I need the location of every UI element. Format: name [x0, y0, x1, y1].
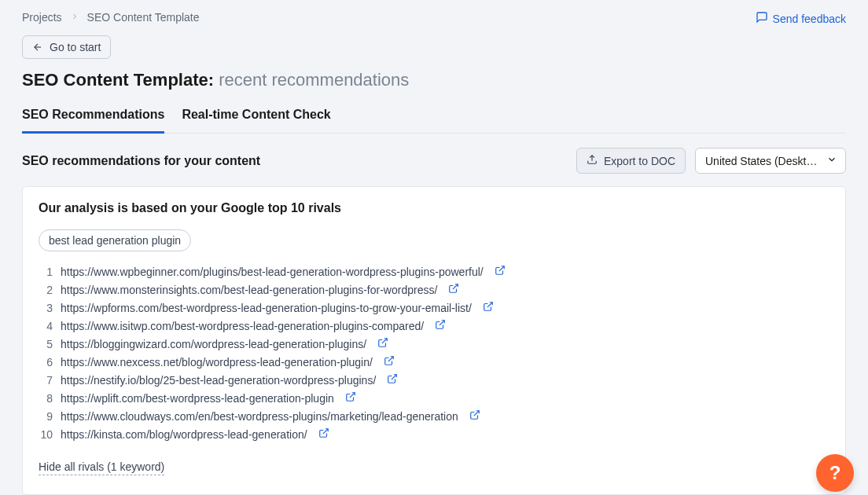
svg-line-7 [388, 357, 393, 361]
external-link-icon[interactable] [495, 265, 506, 276]
external-link-icon[interactable] [387, 373, 398, 384]
rival-row: 7https://nestify.io/blog/25-best-lead-ge… [39, 371, 829, 389]
rival-index: 3 [39, 302, 53, 314]
rival-row: 9https://www.cloudways.com/en/best-wordp… [39, 407, 829, 425]
external-link-icon[interactable] [318, 427, 329, 438]
region-select[interactable]: United States (Deskt… [695, 148, 846, 174]
rival-url: https://www.nexcess.net/blog/wordpress-l… [61, 356, 373, 368]
svg-line-2 [499, 266, 504, 271]
rival-row: 3https://wpforms.com/best-wordpress-lead… [39, 299, 829, 317]
rival-row: 4https://www.isitwp.com/best-wordpress-l… [39, 317, 829, 335]
rivals-heading: Our analysis is based on your Google top… [39, 201, 829, 215]
external-link-icon[interactable] [435, 319, 446, 330]
rival-url: https://wplift.com/best-wordpress-lead-g… [61, 392, 334, 405]
rival-url: https://www.isitwp.com/best-wordpress-le… [61, 320, 424, 332]
rival-index: 2 [39, 284, 53, 296]
breadcrumb: Projects SEO Content Template [22, 11, 200, 24]
external-link-icon[interactable] [469, 409, 480, 420]
feedback-icon [756, 11, 768, 26]
rival-url: https://www.monsterinsights.com/best-lea… [61, 284, 437, 296]
rival-row: 10https://kinsta.com/blog/wordpress-lead… [39, 425, 829, 443]
external-link-icon[interactable] [483, 301, 494, 312]
page-title-prefix: SEO Content Template: [22, 70, 214, 90]
breadcrumb-root[interactable]: Projects [22, 11, 62, 24]
rival-url: https://www.wpbeginner.com/plugins/best-… [61, 266, 484, 278]
external-link-icon[interactable] [377, 337, 388, 348]
breadcrumb-current: SEO Content Template [87, 11, 200, 24]
chevron-right-icon [70, 11, 79, 24]
upload-icon [587, 154, 598, 167]
svg-line-9 [350, 393, 355, 398]
rival-row: 2https://www.monsterinsights.com/best-le… [39, 280, 829, 299]
rivals-card: Our analysis is based on your Google top… [22, 186, 846, 495]
arrow-left-icon [32, 42, 43, 53]
page-title: SEO Content Template: recent recommendat… [22, 70, 846, 90]
svg-line-11 [322, 429, 327, 434]
rival-url: https://nestify.io/blog/25-best-lead-gen… [61, 374, 376, 387]
help-fab-button[interactable]: ? [816, 454, 854, 492]
export-to-doc-button[interactable]: Export to DOC [576, 148, 686, 174]
rival-row: 5https://bloggingwizard.com/wordpress-le… [39, 335, 829, 353]
go-to-start-label: Go to start [50, 41, 101, 53]
section-heading: SEO recommendations for your content [22, 154, 260, 168]
region-select-value: United States (Deskt… [705, 155, 817, 167]
hide-rivals-link[interactable]: Hide all rivals (1 keyword) [39, 460, 164, 475]
page-title-suffix: recent recommendations [219, 70, 409, 90]
chevron-down-icon [826, 154, 837, 167]
tab-realtime-content-check[interactable]: Real-time Content Check [182, 108, 330, 134]
send-feedback-link[interactable]: Send feedback [756, 11, 846, 26]
rival-url: https://www.cloudways.com/en/best-wordpr… [61, 410, 458, 423]
feedback-label: Send feedback [773, 13, 846, 25]
external-link-icon[interactable] [384, 355, 395, 366]
rival-index: 4 [39, 320, 53, 332]
svg-line-4 [487, 302, 492, 307]
rival-index: 10 [39, 428, 53, 441]
svg-line-6 [382, 339, 387, 343]
svg-line-8 [392, 375, 396, 380]
rival-url: https://kinsta.com/blog/wordpress-lead-g… [61, 428, 307, 441]
rival-row: 8https://wplift.com/best-wordpress-lead-… [39, 389, 829, 407]
rival-row: 6https://www.nexcess.net/blog/wordpress-… [39, 353, 829, 371]
rival-index: 7 [39, 374, 53, 387]
tab-seo-recommendations[interactable]: SEO Recommendations [22, 108, 164, 134]
tabs: SEO Recommendations Real-time Content Ch… [22, 108, 846, 134]
rival-index: 9 [39, 410, 53, 423]
export-label: Export to DOC [604, 155, 675, 167]
svg-line-3 [453, 284, 458, 289]
svg-line-5 [440, 321, 444, 325]
rival-index: 1 [39, 266, 53, 278]
rival-index: 5 [39, 338, 53, 350]
keyword-pill[interactable]: best lead generation plugin [39, 229, 191, 251]
rivals-list: 1https://www.wpbeginner.com/plugins/best… [39, 262, 829, 443]
rival-url: https://bloggingwizard.com/wordpress-lea… [61, 338, 366, 350]
external-link-icon[interactable] [448, 283, 459, 294]
go-to-start-button[interactable]: Go to start [22, 35, 111, 59]
rival-index: 6 [39, 356, 53, 368]
rival-index: 8 [39, 392, 53, 405]
svg-line-10 [474, 411, 479, 416]
external-link-icon[interactable] [345, 391, 356, 402]
rival-url: https://wpforms.com/best-wordpress-lead-… [61, 302, 472, 314]
rival-row: 1https://www.wpbeginner.com/plugins/best… [39, 262, 829, 280]
